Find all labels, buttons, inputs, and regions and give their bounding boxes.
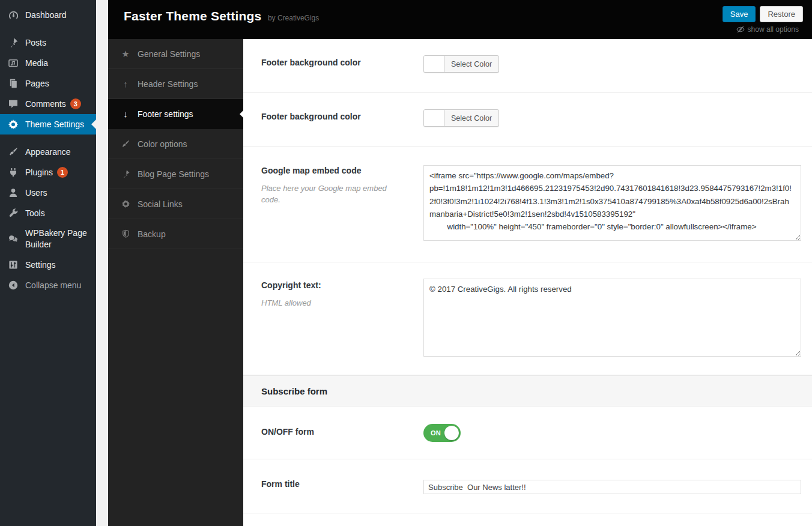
sidebar-item-label: Settings bbox=[25, 260, 56, 270]
field-row-footer-bg-1: Footer background color Select Color bbox=[243, 39, 812, 93]
sidebar-item-label: Users bbox=[25, 188, 47, 198]
theme-settings-panel: Faster Theme Settings by CreativeGigs Sa… bbox=[108, 0, 812, 526]
select-color-button-1[interactable]: Select Color bbox=[423, 55, 499, 73]
field-label: Form title bbox=[261, 479, 300, 489]
restore-button[interactable]: Restore bbox=[760, 6, 803, 22]
tab-general-settings[interactable]: ★ General Settings bbox=[108, 39, 243, 69]
gear-icon bbox=[120, 199, 131, 210]
sidebar-item-theme-settings[interactable]: Theme Settings bbox=[0, 114, 96, 135]
select-color-button-2[interactable]: Select Color bbox=[423, 109, 499, 127]
page-byline: by CreativeGigs bbox=[268, 14, 319, 22]
plugins-count-badge: 1 bbox=[57, 167, 68, 178]
sidebar-item-label: Media bbox=[25, 58, 48, 68]
tab-backup[interactable]: Backup bbox=[108, 219, 243, 249]
comments-count-badge: 3 bbox=[70, 98, 81, 109]
color-swatch bbox=[424, 110, 444, 126]
field-row-copyright: Copyright text: HTML allowed © 2017 Crea… bbox=[243, 262, 812, 375]
sidebar-item-label: Collapse menu bbox=[25, 280, 81, 290]
field-description: HTML allowed bbox=[261, 298, 390, 309]
select-color-label: Select Color bbox=[444, 110, 498, 126]
media-icon bbox=[7, 57, 19, 69]
tab-label: Social Links bbox=[138, 199, 183, 209]
show-all-options-link[interactable]: show all options bbox=[736, 25, 799, 34]
pages-icon bbox=[7, 77, 19, 89]
field-label: ON/OFF form bbox=[261, 427, 314, 437]
field-label: Copyright text: bbox=[261, 280, 321, 290]
sliders-icon bbox=[7, 259, 19, 271]
sidebar-separator bbox=[0, 135, 96, 142]
sidebar-item-label: Posts bbox=[25, 38, 46, 47]
star-icon: ★ bbox=[120, 49, 131, 59]
section-title: Subscribe form bbox=[243, 386, 327, 396]
field-row-google-map: Google map embed code Place here your Go… bbox=[243, 147, 812, 262]
tab-social-links[interactable]: Social Links bbox=[108, 189, 243, 219]
plug-icon bbox=[7, 166, 19, 178]
sidebar-item-label: Comments bbox=[25, 99, 66, 109]
sidebar-item-label: Appearance bbox=[25, 147, 71, 157]
eye-slash-icon bbox=[736, 25, 745, 34]
field-label: Google map embed code bbox=[261, 166, 361, 175]
form-title-input[interactable] bbox=[423, 480, 801, 494]
tab-label: Blog Page Settings bbox=[138, 169, 209, 179]
sidebar-item-label: Theme Settings bbox=[25, 119, 84, 129]
brush-icon bbox=[7, 146, 19, 158]
field-row-onoff-form: ON/OFF form ON bbox=[243, 407, 812, 459]
tab-blog-page-settings[interactable]: Blog Page Settings bbox=[108, 159, 243, 189]
onoff-toggle[interactable]: ON bbox=[423, 424, 461, 442]
sidebar-gap bbox=[96, 0, 108, 526]
sidebar-item-posts[interactable]: Posts bbox=[0, 32, 96, 53]
pushpin-icon bbox=[120, 169, 131, 180]
google-map-embed-textarea[interactable]: <iframe src="https://www.google.com/maps… bbox=[423, 165, 801, 241]
sidebar-item-pages[interactable]: Pages bbox=[0, 73, 96, 94]
sidebar-item-dashboard[interactable]: Dashboard bbox=[0, 5, 96, 25]
sidebar-item-label: Plugins bbox=[25, 168, 53, 177]
shield-icon bbox=[120, 229, 131, 240]
tab-footer-settings[interactable]: ↓ Footer settings bbox=[108, 99, 243, 129]
panel-header: Faster Theme Settings by CreativeGigs Sa… bbox=[108, 0, 812, 39]
sidebar-item-label: Dashboard bbox=[25, 10, 67, 20]
arrow-up-icon: ↑ bbox=[120, 79, 131, 89]
collapse-arrow-icon bbox=[7, 279, 19, 291]
sidebar-separator bbox=[0, 25, 96, 32]
tab-label: General Settings bbox=[138, 49, 200, 59]
select-color-label: Select Color bbox=[444, 56, 498, 72]
page-title: Faster Theme Settings bbox=[124, 9, 261, 23]
wp-admin-sidebar: Dashboard Posts Media Pages Comments 3 T… bbox=[0, 0, 96, 526]
settings-content: Footer background color Select Color Foo… bbox=[243, 39, 812, 526]
toggle-state-label: ON bbox=[431, 429, 441, 437]
sidebar-item-label: Tools bbox=[25, 208, 45, 218]
gear-icon bbox=[7, 118, 19, 130]
sidebar-item-settings[interactable]: Settings bbox=[0, 255, 96, 275]
arrow-down-icon: ↓ bbox=[120, 109, 131, 119]
sidebar-item-appearance[interactable]: Appearance bbox=[0, 142, 96, 162]
sidebar-item-tools[interactable]: Tools bbox=[0, 203, 96, 223]
save-button[interactable]: Save bbox=[723, 6, 756, 22]
settings-nav: ★ General Settings ↑ Header Settings ↓ F… bbox=[108, 39, 243, 526]
pushpin-icon bbox=[7, 37, 19, 49]
toggle-knob bbox=[444, 426, 459, 440]
user-icon bbox=[7, 187, 19, 199]
sidebar-item-label: WPBakery Page Builder bbox=[25, 228, 89, 250]
sidebar-item-wpbakery[interactable]: WPBakery Page Builder bbox=[0, 223, 96, 255]
collapse-menu-button[interactable]: Collapse menu bbox=[0, 275, 96, 295]
tab-label: Header Settings bbox=[138, 79, 198, 89]
wrench-icon bbox=[7, 207, 19, 219]
sidebar-item-media[interactable]: Media bbox=[0, 53, 96, 73]
chat-bubbles-icon bbox=[7, 233, 19, 245]
comment-icon bbox=[7, 98, 19, 110]
sidebar-item-plugins[interactable]: Plugins 1 bbox=[0, 162, 96, 183]
field-row-footer-bg-2: Footer background color Select Color bbox=[243, 93, 812, 147]
field-label: Footer background color bbox=[261, 112, 361, 121]
sidebar-item-comments[interactable]: Comments 3 bbox=[0, 94, 96, 114]
tab-label: Backup bbox=[138, 229, 166, 239]
sidebar-item-users[interactable]: Users bbox=[0, 183, 96, 203]
tab-color-options[interactable]: Color options bbox=[108, 129, 243, 159]
show-all-options-label: show all options bbox=[748, 25, 799, 34]
tab-header-settings[interactable]: ↑ Header Settings bbox=[108, 69, 243, 99]
field-label: Footer background color bbox=[261, 58, 361, 67]
copyright-textarea[interactable]: © 2017 CreativeGigs. All rights reserved bbox=[423, 279, 801, 357]
subscribe-form-section-header: Subscribe form bbox=[243, 375, 812, 407]
dashboard-icon bbox=[7, 9, 19, 21]
sidebar-item-label: Pages bbox=[25, 79, 49, 88]
field-description: Place here your Google map embed code. bbox=[261, 183, 390, 206]
